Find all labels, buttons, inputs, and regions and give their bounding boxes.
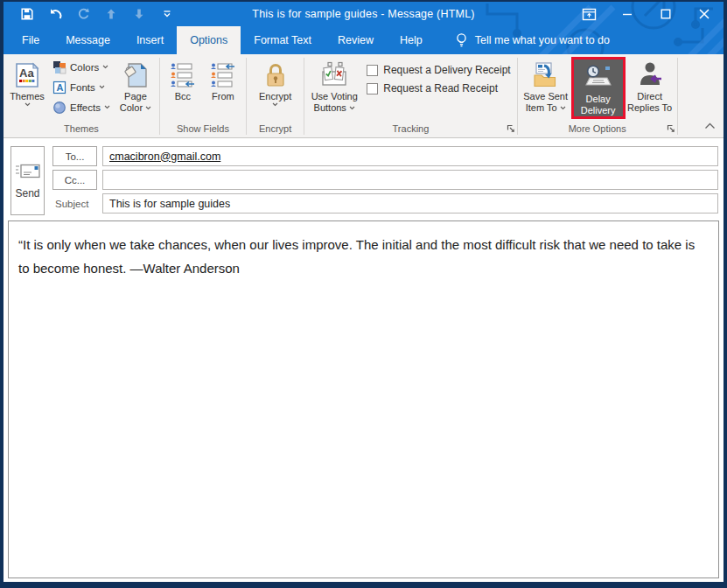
direct-replies-to-button[interactable]: Direct Replies To (626, 57, 675, 114)
outlook-message-window: This is for sample guides - Message (HTM… (0, 0, 727, 588)
body-text: “It is only when we take chances, when o… (18, 237, 695, 276)
more-options-dialog-launcher[interactable] (667, 124, 675, 135)
chevron-down-icon (272, 102, 278, 107)
fonts-label: Fonts (70, 82, 95, 93)
tab-message[interactable]: Message (52, 26, 123, 54)
lightbulb-icon (455, 32, 468, 48)
direct-label-1: Direct (637, 91, 662, 102)
send-button[interactable]: Send (10, 146, 45, 215)
lock-icon (264, 60, 287, 91)
bcc-icon (170, 60, 196, 91)
cc-row: Cc... (52, 170, 718, 190)
group-label-themes: Themes (3, 123, 159, 137)
send-envelope-icon (15, 163, 41, 180)
page-color-label-2: Color (120, 102, 151, 114)
tab-options[interactable]: Options (177, 26, 241, 54)
svg-text:Aa: Aa (19, 66, 34, 80)
group-show-fields: Bcc From Show Fields (160, 54, 246, 137)
ribbon-tab-row: File Message Insert Options Format Text … (3, 26, 724, 54)
group-label-encrypt: Encrypt (247, 123, 304, 137)
theme-fonts-icon: A (52, 80, 66, 94)
tab-review[interactable]: Review (325, 26, 387, 54)
delivery-receipt-option[interactable]: Request a Delivery Receipt (367, 64, 510, 76)
ribbon-display-options-button[interactable] (570, 3, 608, 25)
from-button[interactable]: From (203, 57, 243, 102)
dialog-launcher-icon (507, 124, 515, 133)
chevron-down-icon (24, 102, 31, 107)
tell-me-label: Tell me what you want to do (475, 34, 610, 46)
themes-stack: Colors A Fonts Effects (50, 57, 113, 117)
save-sent-item-icon (531, 60, 561, 91)
close-icon (698, 8, 710, 20)
delivery-receipt-checkbox[interactable] (367, 65, 378, 76)
chevron-up-icon (704, 122, 716, 130)
effects-label: Effects (70, 102, 101, 113)
address-fields: To... cmacibron@gmail.com Cc... Subject … (52, 146, 718, 215)
svg-text:A: A (57, 82, 64, 93)
page-color-icon (122, 60, 149, 91)
effects-button[interactable]: Effects (50, 97, 113, 117)
delay-delivery-button[interactable]: Delay Delivery (571, 57, 626, 119)
tab-format-text[interactable]: Format Text (241, 26, 325, 54)
minimize-button[interactable] (608, 3, 647, 25)
message-body[interactable]: “It is only when we take chances, when o… (8, 220, 719, 578)
group-label-more-options: More Options (518, 123, 677, 137)
cc-button[interactable]: Cc... (52, 170, 97, 190)
colors-button[interactable]: Colors (50, 57, 113, 77)
subject-value: This is for sample guides (109, 198, 230, 210)
subject-label: Subject (52, 199, 97, 209)
themes-icon: Aa (14, 60, 40, 91)
group-tracking: Use Voting Buttons Request a Delivery Re… (304, 54, 516, 137)
chevron-down-icon (349, 106, 355, 110)
chevron-down-icon (104, 105, 110, 109)
themes-button[interactable]: Aa Themes (6, 57, 48, 107)
voting-ballot-icon (320, 60, 348, 91)
tab-help[interactable]: Help (387, 26, 436, 54)
ribbon-display-options-icon (582, 8, 597, 21)
tracking-options: Request a Delivery Receipt Request a Rea… (361, 57, 514, 94)
delay-label-1: Delay (586, 94, 611, 105)
encrypt-button[interactable]: Encrypt (253, 57, 298, 107)
window-controls (570, 3, 724, 25)
group-label-show-fields: Show Fields (160, 123, 246, 137)
save-sent-item-to-button[interactable]: Save Sent Item To (521, 57, 571, 114)
tab-file[interactable]: File (9, 26, 52, 54)
use-voting-buttons-button[interactable]: Use Voting Buttons (307, 57, 361, 114)
read-receipt-option[interactable]: Request a Read Receipt (367, 82, 510, 94)
chevron-down-icon (560, 106, 566, 110)
tab-insert[interactable]: Insert (123, 26, 177, 54)
tell-me-box[interactable]: Tell me what you want to do (455, 26, 610, 54)
from-icon (210, 60, 236, 91)
to-row: To... cmacibron@gmail.com (52, 146, 718, 166)
collapse-ribbon-button[interactable] (704, 117, 716, 133)
read-receipt-label: Request a Read Receipt (383, 82, 498, 94)
cc-field[interactable] (102, 170, 718, 190)
page-color-button[interactable]: Page Color (115, 57, 157, 114)
maximize-button[interactable] (647, 3, 685, 25)
delivery-receipt-label: Request a Delivery Receipt (383, 64, 510, 76)
tracking-dialog-launcher[interactable] (507, 124, 515, 135)
chevron-down-icon (99, 85, 105, 89)
maximize-icon (661, 9, 671, 19)
to-button[interactable]: To... (52, 146, 97, 166)
close-button[interactable] (685, 3, 724, 25)
ribbon: Aa Themes Colors A Fonts (3, 54, 724, 138)
subject-row: Subject This is for sample guides (52, 193, 718, 214)
recipient-address[interactable]: cmacibron@gmail.com (109, 150, 220, 163)
direct-label-2: Replies To (627, 102, 672, 114)
to-field[interactable]: cmacibron@gmail.com (102, 146, 718, 166)
read-receipt-checkbox[interactable] (367, 83, 378, 94)
save-sent-label-1: Save Sent (523, 91, 568, 102)
minimize-icon (622, 9, 633, 19)
message-header: Send To... cmacibron@gmail.com Cc... Sub… (3, 138, 724, 219)
from-label: From (212, 91, 234, 102)
group-label-tracking: Tracking (304, 123, 516, 137)
title-bar: This is for sample guides - Message (HTM… (3, 2, 724, 26)
bcc-button[interactable]: Bcc (163, 57, 203, 102)
fonts-button[interactable]: A Fonts (50, 77, 113, 97)
page-color-label-1: Page (124, 91, 147, 102)
subject-field[interactable]: This is for sample guides (102, 193, 718, 214)
bcc-label: Bcc (175, 91, 191, 102)
encrypt-label: Encrypt (259, 91, 291, 102)
chevron-down-icon (102, 65, 108, 69)
